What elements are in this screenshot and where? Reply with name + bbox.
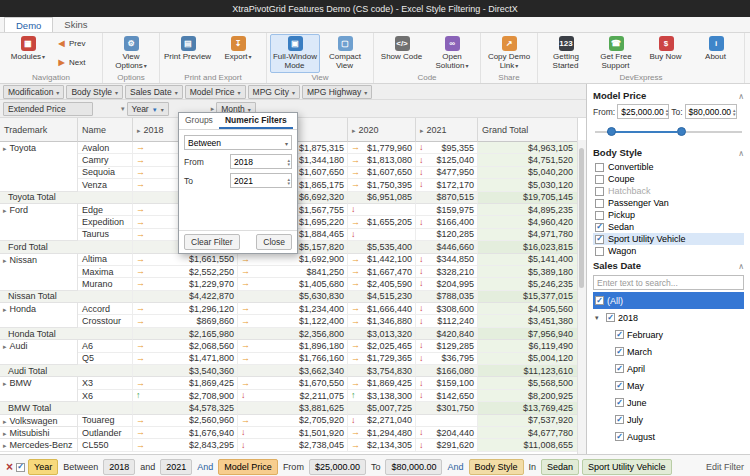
model-name-cell[interactable]: Expedition (78, 216, 133, 228)
filter-enabled-checkbox[interactable] (16, 463, 25, 472)
ribbon-tab[interactable]: Demo (4, 17, 53, 32)
ribbon-button[interactable]: 123 Getting Started (541, 34, 591, 73)
model-name-cell[interactable]: Outlander (78, 427, 133, 439)
price-from-input[interactable]: $25,000.00 (617, 104, 669, 119)
tree-node[interactable]: June (593, 394, 744, 411)
spinner-buttons[interactable] (287, 158, 290, 166)
edit-filter-button[interactable]: Edit Filter (706, 462, 744, 472)
ribbon-button[interactable]: ☎ Get Free Support (591, 34, 641, 73)
collapse-icon[interactable]: ▾ (121, 105, 125, 113)
clear-filter-button[interactable]: Clear Filter (184, 234, 240, 250)
operator-combobox[interactable]: Between (184, 135, 292, 150)
trademark-cell[interactable]: Mitsubishi (0, 427, 78, 439)
model-name-cell[interactable]: Murano (78, 278, 133, 290)
checkbox[interactable] (615, 381, 624, 390)
checkbox[interactable] (595, 175, 604, 184)
filter-token[interactable]: $80,000.00 (385, 459, 442, 475)
expand-icon[interactable] (3, 440, 7, 450)
model-name-cell[interactable]: Accord (78, 303, 133, 315)
search-input[interactable] (593, 275, 744, 290)
body-style-option[interactable]: Passenger Van (593, 197, 744, 209)
vertical-scrollbar[interactable] (577, 140, 586, 454)
checkbox[interactable] (595, 187, 604, 196)
tree-node[interactable]: (All) (593, 292, 744, 309)
checkbox[interactable] (606, 313, 615, 322)
trademark-cell[interactable]: Mercedes-Benz (0, 439, 78, 451)
tree-expand-icon[interactable]: ▾ (595, 314, 603, 322)
spinner-buttons[interactable] (733, 108, 736, 116)
expand-icon[interactable] (420, 125, 424, 135)
ribbon-button[interactable]: </> Show Code (377, 34, 427, 73)
expand-icon[interactable] (3, 143, 7, 153)
column-field-chip[interactable]: Year (127, 102, 169, 116)
tree-node[interactable]: ▾ 2018 (593, 309, 744, 326)
checkbox[interactable] (595, 199, 604, 208)
model-name-cell[interactable]: Edge (78, 204, 133, 216)
collapse-chevron-icon[interactable] (738, 261, 744, 271)
checkbox[interactable] (595, 235, 604, 244)
filter-token[interactable]: Sport Utility Vehicle (582, 459, 672, 475)
checkbox[interactable] (595, 247, 604, 256)
ribbon-button[interactable]: ▶ Next (53, 53, 99, 72)
filter-field-chip[interactable]: Modification (3, 85, 64, 99)
slider-thumb-max[interactable] (677, 127, 686, 136)
trademark-cell[interactable]: Volkswagen (0, 415, 78, 427)
filter-token[interactable]: Between (61, 459, 100, 475)
expand-icon[interactable] (352, 125, 356, 135)
filter-token[interactable]: 2021 (160, 459, 192, 475)
body-style-option[interactable]: Sport Utility Vehicle (593, 233, 744, 245)
popup-tab[interactable]: Numeric Filters (219, 113, 293, 129)
ribbon-button[interactable]: i About (691, 34, 741, 73)
checkbox[interactable] (595, 211, 604, 220)
filter-field-chip[interactable]: Sales Date (125, 85, 183, 99)
collapse-chevron-icon[interactable] (738, 148, 744, 158)
ribbon-button[interactable]: $ Buy Now (641, 34, 691, 73)
expand-icon[interactable] (3, 378, 7, 388)
body-style-option[interactable]: Pickup (593, 209, 744, 221)
checkbox[interactable] (595, 223, 604, 232)
tree-node[interactable]: February (593, 326, 744, 343)
model-name-cell[interactable]: Avalon (78, 142, 133, 154)
tree-node[interactable]: March (593, 343, 744, 360)
checkbox[interactable] (595, 163, 604, 172)
filter-token[interactable]: Model Price (218, 459, 278, 475)
model-name-cell[interactable]: Altima (78, 254, 133, 266)
body-style-option[interactable]: Wagon (593, 245, 744, 257)
ribbon-button[interactable]: ⚙ View Options▾ (106, 34, 156, 73)
model-name-cell[interactable]: Maxima (78, 266, 133, 278)
filter-token[interactable]: Body Style (469, 459, 524, 475)
ribbon-button[interactable]: ↧ Export▾ (213, 34, 263, 73)
checkbox[interactable] (615, 432, 624, 441)
ribbon-button[interactable]: ↗ Copy Demo Link▾ (484, 34, 534, 73)
filter-token[interactable]: and (138, 459, 157, 475)
price-range-slider[interactable] (595, 125, 742, 139)
from-year-input[interactable]: 2018 (230, 154, 292, 169)
ribbon-button[interactable]: ∞ Open Solution▾ (427, 34, 477, 73)
checkbox[interactable] (615, 330, 624, 339)
checkbox[interactable] (615, 364, 624, 373)
model-name-cell[interactable]: Crosstour (78, 315, 133, 327)
row-field-header-name[interactable]: Name (78, 118, 133, 142)
body-style-option[interactable]: Hatchback (593, 185, 744, 197)
spinner-buttons[interactable] (666, 108, 669, 116)
model-name-cell[interactable]: A6 (78, 340, 133, 352)
trademark-cell[interactable]: BMW (0, 377, 78, 402)
close-button[interactable]: Close (256, 234, 292, 250)
checkbox[interactable] (615, 347, 624, 356)
scrollbar-thumb[interactable] (579, 148, 584, 288)
price-to-input[interactable]: $80,000.00 (685, 104, 737, 119)
expand-icon[interactable] (3, 255, 7, 265)
year-column-header[interactable]: 2020 (348, 118, 416, 142)
collapse-chevron-icon[interactable] (738, 91, 744, 101)
to-year-input[interactable]: 2021 (230, 173, 292, 188)
row-field-header-trademark[interactable]: Trademark (0, 118, 78, 142)
filter-token[interactable]: And (445, 459, 465, 475)
trademark-cell[interactable]: Nissan (0, 254, 78, 291)
data-field-chip[interactable]: Extended Price (3, 102, 93, 116)
filter-token[interactable]: To (369, 459, 383, 475)
popup-tab[interactable]: Groups (179, 113, 219, 129)
expand-icon[interactable] (3, 341, 7, 351)
tree-node[interactable]: May (593, 377, 744, 394)
trademark-cell[interactable]: Ford (0, 204, 78, 241)
ribbon-button[interactable]: ▣ Full-Window Mode (270, 34, 320, 73)
